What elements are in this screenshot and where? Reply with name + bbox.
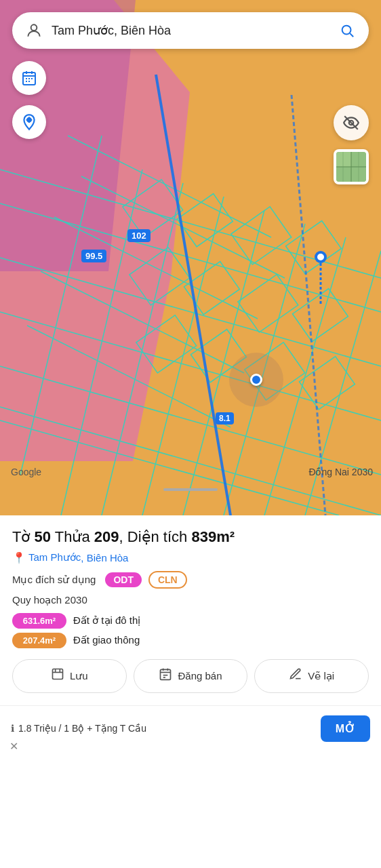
- ve-lai-icon: [289, 667, 302, 684]
- dang-ban-icon: [159, 667, 172, 684]
- road-label-81: 8.1: [216, 412, 234, 425]
- svg-line-32: [156, 75, 230, 515]
- promo-close-button[interactable]: ✕: [9, 740, 18, 753]
- svg-line-13: [0, 407, 381, 515]
- muc-dich-row: Mục đích sử dụng ODT CLN: [12, 571, 369, 589]
- road-marker: [315, 251, 327, 308]
- svg-rect-26: [238, 275, 298, 332]
- location-dot: [250, 374, 262, 386]
- land-use-item-1: 207.4m² Đất giao thông: [12, 633, 369, 648]
- svg-rect-54: [336, 152, 351, 167]
- layers-preview: [336, 152, 366, 182]
- user-icon: [23, 20, 45, 41]
- dien-tich: 839m²: [191, 528, 235, 545]
- promo-open-button[interactable]: MỞ: [321, 715, 370, 742]
- svg-rect-21: [177, 194, 233, 247]
- search-button[interactable]: [336, 20, 358, 41]
- svg-rect-62: [52, 669, 62, 679]
- ve-lai-label: Vẽ lại: [308, 670, 334, 682]
- road-label-995: 99.5: [81, 250, 106, 262]
- add-location-button[interactable]: [12, 105, 46, 139]
- dang-ban-button[interactable]: Đăng bán: [134, 659, 248, 693]
- svg-point-35: [342, 26, 351, 35]
- location-comma: ,: [81, 552, 86, 564]
- promo-info-icon: ℹ: [11, 723, 14, 734]
- map-container[interactable]: 102 99.5 8.1 Tam Phước, Biên Hòa: [0, 0, 381, 515]
- svg-rect-23: [285, 221, 341, 274]
- action-buttons: Lưu Đăng bán Vẽ: [12, 659, 369, 697]
- location-row: 📍 Tam Phước , Biên Hòa: [12, 551, 369, 564]
- layers-button[interactable]: [334, 149, 369, 184]
- svg-rect-24: [129, 248, 190, 305]
- svg-line-11: [0, 366, 381, 475]
- scroll-indicator: [163, 488, 218, 491]
- land-use-item-0: 631.6m² Đất ở tại đô thị: [12, 613, 369, 629]
- toggle-visibility-button[interactable]: [334, 105, 369, 140]
- promo-top-row: ℹ 1.8 Triệu / 1 Bộ + Tặng T Cầu: [11, 723, 146, 734]
- svg-line-36: [350, 33, 353, 37]
- save-label: Lưu: [70, 670, 88, 682]
- svg-line-1: [61, 170, 142, 515]
- svg-line-18: [41, 271, 244, 373]
- svg-point-60: [317, 254, 324, 260]
- dang-ban-label: Đăng bán: [178, 670, 222, 682]
- search-bar[interactable]: Tam Phước, Biên Hòa: [12, 12, 369, 49]
- promo-info: ℹ 1.8 Triệu / 1 Bộ + Tặng T Cầu ✕: [11, 723, 321, 734]
- road-label-102: 102: [127, 229, 151, 242]
- land-area-pink-badge: 631.6m²: [12, 613, 66, 629]
- badge-odt: ODT: [105, 572, 142, 587]
- badge-cln: CLN: [148, 571, 187, 589]
- save-button[interactable]: Lưu: [12, 659, 127, 693]
- location-marker: [236, 359, 277, 400]
- promo-price: 1.8 Triệu / 1 Bộ + Tặng T Cầu: [18, 723, 146, 734]
- svg-rect-31: [299, 357, 355, 410]
- land-use-desc-1: Đất giao thông: [73, 634, 140, 646]
- land-area-orange-badge: 207.4m²: [12, 633, 66, 648]
- svg-rect-66: [161, 669, 171, 679]
- quy-hoach-row: Quy hoạch 2030: [12, 594, 369, 606]
- location-pin-icon: 📍: [12, 551, 26, 564]
- muc-dich-label: Mục đích sử dụng: [12, 574, 96, 586]
- dong-nai-label: Đồng Nai 2030: [308, 467, 373, 477]
- calendar-button[interactable]: [12, 61, 46, 95]
- location-link-bien-hoa[interactable]: Biên Hòa: [87, 552, 129, 564]
- thua-number: 209: [94, 528, 119, 545]
- svg-point-34: [31, 24, 37, 31]
- land-use-desc-0: Đất ở tại đô thị: [73, 614, 140, 627]
- google-watermark: Google: [11, 467, 41, 477]
- to-number: 50: [35, 528, 51, 545]
- ve-lai-button[interactable]: Vẽ lại: [254, 659, 369, 693]
- promo-bar: ℹ 1.8 Triệu / 1 Bộ + Tặng T Cầu ✕ MỞ: [0, 705, 381, 751]
- search-text: Tam Phước, Biên Hòa: [52, 23, 336, 38]
- location-link-tam-phuoc[interactable]: Tam Phước: [28, 551, 81, 564]
- property-title: Tờ 50 Thửa 209, Diện tích 839m²: [12, 528, 369, 547]
- info-panel: Tờ 50 Thửa 209, Diện tích 839m² 📍 Tam Ph…: [0, 515, 381, 705]
- svg-point-46: [27, 118, 31, 121]
- save-icon: [51, 667, 64, 684]
